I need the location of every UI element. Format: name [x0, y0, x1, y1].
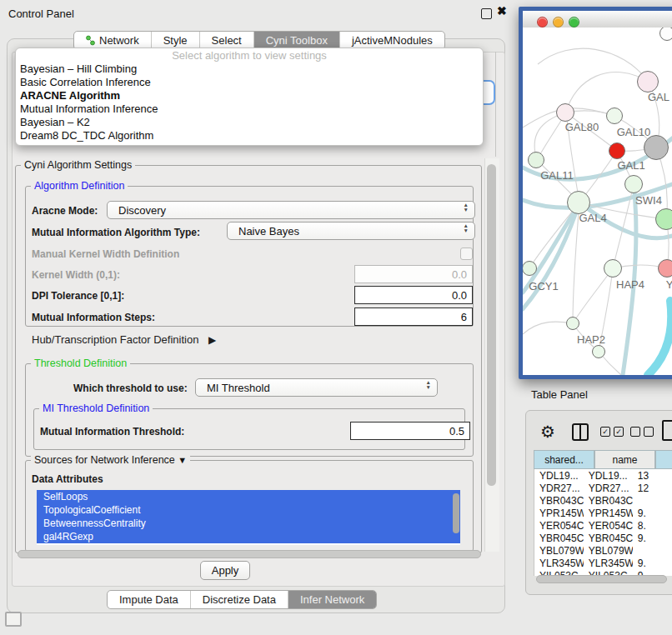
network-node[interactable] [644, 135, 669, 160]
node-label-gal10: GAL10 [617, 126, 650, 138]
algorithm-option-aracne-algorithm[interactable]: ARACNE Algorithm [16, 89, 483, 102]
tab-jactivemnodules[interactable]: jActiveMNodules [340, 32, 444, 49]
network-node[interactable] [606, 108, 623, 124]
data-attributes-list[interactable]: SelfLoopsTopologicalCoefficientBetweenne… [37, 490, 460, 545]
algorithm-option-bayesian-hill-climbing[interactable]: Bayesian – Hill Climbing [16, 62, 483, 76]
checked-box-icon: ✓ [614, 427, 624, 437]
table-row[interactable]: YER054CYER054C8. [534, 519, 672, 532]
tab-label: Discretize Data [203, 593, 276, 606]
table-row[interactable]: YBR045CYBR045C9. [534, 532, 672, 544]
algorithm-option-bayesian-k2[interactable]: Bayesian – K2 [16, 116, 483, 129]
network-node[interactable] [637, 71, 659, 92]
spinner-arrows-icon: ▲▼ [464, 202, 469, 212]
network-node[interactable] [658, 259, 672, 278]
hub-definition-toggle[interactable]: Hub/Transcription Factor Definition ▶ [32, 333, 216, 346]
table-horizontal-scrollbar-thumb[interactable] [536, 575, 667, 583]
table-cell: YPR145W [584, 508, 633, 519]
manual-kernel-checkbox[interactable] [460, 248, 473, 260]
network-node[interactable] [604, 259, 622, 278]
apply-button-label: Apply [212, 564, 239, 577]
table-row[interactable]: YBR043CYBR043C [534, 494, 672, 507]
select-all-columns-icon[interactable]: ✓ ✓ [600, 427, 624, 437]
table-cell: YDL19... [584, 470, 633, 482]
spinner-arrows-icon: ▲▼ [426, 380, 431, 390]
tab-select[interactable]: Select [200, 32, 254, 49]
control-panel-title: Control Panel [8, 8, 74, 20]
network-canvas[interactable]: GALGAL80GAL10GAL1GAL11SWI4GAL4GCY1HAP4YH… [523, 28, 672, 375]
algorithm-option-dream8-dc-tdc-algorithm[interactable]: Dream8 DC_TDC Algorithm [16, 129, 483, 142]
table-cell: YPR145W [534, 508, 584, 519]
cyni-settings-legend: Cyni Algorithm Settings [21, 159, 135, 171]
app-root: { "control_panel": { "title": "Control P… [0, 0, 672, 635]
tab-style[interactable]: Style [152, 32, 200, 49]
network-window-titlebar[interactable] [523, 11, 672, 28]
tab-impute-data[interactable]: Impute Data [108, 591, 191, 608]
table-settings-gear-icon[interactable]: ⚙ [540, 422, 555, 442]
tab-discretize-data[interactable]: Discretize Data [191, 591, 288, 608]
table-row[interactable]: YDR27...YDR27...12 [534, 482, 672, 494]
which-threshold-select[interactable]: MI Threshold ▲▼ [195, 378, 438, 397]
network-node[interactable] [556, 103, 574, 122]
tab-label: Impute Data [119, 593, 178, 606]
aracne-mode-select[interactable]: Discovery ▲▼ [107, 201, 475, 219]
column-header-name[interactable]: name [594, 450, 655, 469]
network-node[interactable] [609, 142, 625, 159]
attribute-item-topologicalcoefficient[interactable]: TopologicalCoefficient [37, 503, 460, 517]
dpi-tolerance-label: DPI Tolerance [0,1]: [32, 290, 124, 302]
algorithm-option-mutual-information-inference[interactable]: Mutual Information Inference [16, 102, 483, 116]
tab-network[interactable]: Network [74, 32, 152, 49]
panel-vertical-scrollbar-thumb[interactable] [487, 164, 496, 486]
network-node[interactable] [659, 28, 672, 41]
unchecked-box-icon [630, 427, 640, 437]
algorithm-option-basic-correlation-inference[interactable]: Basic Correlation Inference [16, 76, 483, 89]
docked-window-icon[interactable] [5, 612, 22, 627]
attribute-item-betweennesscentrality[interactable]: BetweennessCentrality [37, 517, 460, 530]
table-row[interactable]: YLR345WYLR345W9. [534, 557, 672, 569]
network-node[interactable] [528, 152, 544, 168]
algorithm-dropdown-popup: Select algorithm to view settings Bayesi… [15, 48, 484, 146]
mi-type-select[interactable]: Naive Bayes ▲▼ [227, 222, 475, 240]
close-traffic-light[interactable] [537, 17, 548, 28]
tab-infer-network[interactable]: Infer Network [288, 591, 376, 608]
zoom-traffic-light[interactable] [569, 17, 579, 28]
table-cell: YBR043C [584, 495, 633, 507]
network-node[interactable] [566, 317, 579, 330]
deselect-all-columns-icon[interactable] [630, 427, 654, 437]
chevron-down-icon: ▼ [178, 455, 187, 465]
mi-steps-field[interactable]: 6 [354, 308, 473, 326]
export-table-icon[interactable] [662, 420, 672, 441]
table-row[interactable]: YDL19...YDL19...13 [534, 469, 672, 482]
table-cell: 12 [633, 482, 672, 494]
which-threshold-value: MI Threshold [207, 382, 270, 394]
apply-button[interactable]: Apply [200, 561, 250, 580]
network-node[interactable] [592, 345, 605, 358]
checked-box-icon: ✓ [600, 427, 610, 437]
table-row[interactable]: YBL079WYBL079W [534, 544, 672, 557]
minimize-traffic-light[interactable] [553, 17, 564, 28]
network-node[interactable] [624, 175, 643, 193]
aracne-mode-value: Discovery [118, 204, 166, 217]
attribute-item-gal4rgexp[interactable]: gal4RGexp [37, 530, 460, 543]
column-layout-icon[interactable] [572, 423, 589, 441]
dpi-tolerance-field[interactable]: 0.0 [354, 286, 473, 304]
mi-threshold-field[interactable]: 0.5 [350, 422, 470, 440]
column-header-shared-[interactable]: shared... [534, 450, 594, 469]
table-cell: 13 [633, 470, 672, 482]
close-icon[interactable]: ✖ [497, 4, 507, 18]
attribute-item-selfloops[interactable]: SelfLoops [37, 490, 460, 503]
table-cell: YDR27... [534, 482, 584, 494]
column-header-a[interactable]: A [655, 450, 672, 469]
table-row[interactable]: YPR145WYPR145W9. [534, 507, 672, 519]
float-window-icon[interactable] [481, 8, 492, 19]
panel-horizontal-scrollbar-thumb[interactable] [18, 550, 481, 558]
chevron-right-icon: ▶ [208, 334, 216, 346]
kernel-width-field[interactable]: 0.0 [354, 265, 473, 283]
network-node[interactable] [655, 208, 672, 230]
hidden-group-border [495, 52, 496, 157]
table-cell: YBR043C [534, 495, 584, 507]
attributes-scrollbar-thumb[interactable] [453, 493, 459, 533]
mi-steps-label: Mutual Information Steps: [32, 312, 155, 323]
sources-legend[interactable]: Sources for Network Inference ▼ [31, 454, 190, 466]
tab-cyni-toolbox[interactable]: Cyni Toolbox [254, 32, 340, 49]
table-body: YDL19...YDL19...13YDR27...YDR27...12YBR0… [534, 469, 672, 576]
